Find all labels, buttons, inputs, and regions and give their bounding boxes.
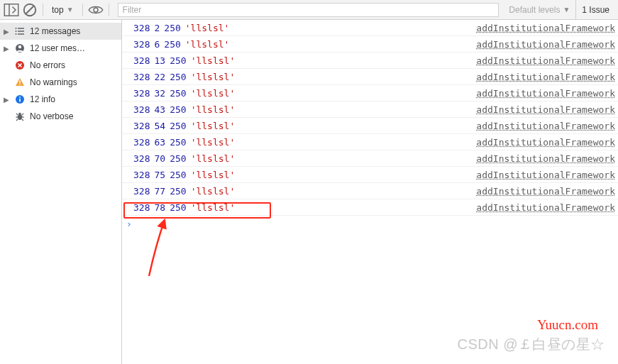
log-value: 328 (133, 23, 150, 33)
log-row[interactable]: 3282250'llslsl'addInstitutionalFramework (122, 20, 618, 36)
chevron-down-icon: ▼ (67, 6, 74, 13)
log-source-link[interactable]: addInstitutionalFramework (476, 72, 618, 82)
svg-point-12 (18, 45, 21, 48)
log-value: 250 (170, 137, 186, 148)
sidebar-item-label: No verbose (30, 111, 73, 121)
log-value: 250 (170, 88, 186, 99)
log-source-link[interactable]: addInstitutionalFramework (476, 170, 618, 180)
log-row[interactable]: 32843250'llslsl'addInstitutionalFramewor… (122, 101, 618, 118)
divider (43, 4, 43, 16)
log-value: 75 (154, 170, 165, 180)
log-row[interactable]: 32877250'llslsl'addInstitutionalFramewor… (122, 183, 618, 199)
log-source-link[interactable]: addInstitutionalFramework (476, 186, 618, 197)
sidebar-item-label: No warnings (30, 77, 77, 87)
log-row[interactable]: 32875250'llslsl'addInstitutionalFramewor… (122, 167, 618, 183)
sidebar-item-verbose[interactable]: No verbose (0, 108, 121, 125)
log-string: 'llslsl' (191, 137, 236, 148)
log-row[interactable]: 32870250'llslsl'addInstitutionalFramewor… (122, 150, 618, 167)
svg-point-20 (18, 113, 21, 116)
issues-label: 1 Issue (582, 5, 609, 15)
log-string: 'llslsl' (191, 72, 236, 82)
divider (109, 4, 109, 16)
levels-label: Default levels (509, 5, 560, 15)
user-icon (14, 43, 26, 54)
log-value: 78 (154, 202, 165, 213)
log-value: 328 (133, 153, 150, 164)
log-string: 'llslsl' (185, 23, 230, 33)
log-row[interactable]: 32832250'llslsl'addInstitutionalFramewor… (122, 85, 618, 101)
sidebar: ▶ 12 messages ▶ 12 user mes… No errors (0, 20, 122, 364)
filter-input[interactable] (118, 3, 500, 17)
svg-rect-17 (19, 99, 21, 102)
log-value: 328 (133, 121, 150, 131)
log-source-link[interactable]: addInstitutionalFramework (476, 88, 618, 99)
log-row[interactable]: 3286250'llslsl'addInstitutionalFramework (122, 36, 618, 53)
log-value: 250 (164, 23, 180, 33)
log-source-link[interactable]: addInstitutionalFramework (476, 121, 618, 131)
log-row[interactable]: 32863250'llslsl'addInstitutionalFramewor… (122, 134, 618, 150)
issues-button[interactable]: 1 Issue (575, 0, 615, 19)
sidebar-item-label: 12 user mes… (30, 43, 85, 53)
svg-point-4 (94, 8, 98, 12)
log-value: 250 (170, 170, 186, 180)
clear-console-button[interactable] (21, 2, 38, 18)
log-value: 250 (170, 121, 186, 131)
sidebar-item-info[interactable]: ▶ 12 info (0, 91, 121, 108)
toggle-sidebar-button[interactable] (3, 2, 20, 18)
log-value: 250 (170, 104, 186, 115)
console-output[interactable]: 3282250'llslsl'addInstitutionalFramework… (122, 20, 618, 364)
log-string: 'llslsl' (191, 104, 236, 115)
log-source-link[interactable]: addInstitutionalFramework (476, 23, 618, 33)
log-value: 328 (133, 72, 150, 82)
svg-line-3 (26, 6, 33, 13)
info-icon (14, 94, 26, 105)
log-value: 6 (154, 39, 160, 50)
log-source-link[interactable]: addInstitutionalFramework (476, 55, 618, 66)
log-string: 'llslsl' (185, 39, 230, 50)
sidebar-item-warnings[interactable]: No warnings (0, 74, 121, 91)
log-value: 63 (154, 137, 165, 148)
svg-rect-18 (19, 96, 21, 98)
log-value: 328 (133, 137, 150, 148)
log-value: 2 (154, 23, 160, 33)
log-value: 77 (154, 186, 165, 197)
live-expression-button[interactable] (87, 2, 104, 18)
log-value: 328 (133, 170, 150, 180)
log-value: 250 (164, 39, 180, 50)
log-source-link[interactable]: addInstitutionalFramework (476, 137, 618, 148)
log-source-link[interactable]: addInstitutionalFramework (476, 153, 618, 164)
log-value: 328 (133, 39, 150, 50)
console-prompt[interactable]: › (122, 216, 618, 231)
log-levels-select[interactable]: Default levels ▼ (504, 5, 574, 15)
log-row[interactable]: 32878250'llslsl'addInstitutionalFramewor… (122, 199, 618, 216)
svg-point-8 (16, 28, 17, 29)
log-value: 328 (133, 104, 150, 115)
panel-icon (3, 1, 20, 18)
sidebar-item-messages[interactable]: ▶ 12 messages (0, 23, 121, 40)
log-value: 22 (154, 72, 165, 82)
prompt-caret-icon: › (126, 219, 132, 229)
error-icon (14, 60, 26, 71)
divider (82, 4, 83, 16)
log-string: 'llslsl' (191, 186, 236, 197)
chevron-down-icon: ▼ (563, 6, 570, 13)
log-value: 32 (154, 88, 165, 99)
warning-icon (14, 77, 26, 88)
log-source-link[interactable]: addInstitutionalFramework (476, 104, 618, 115)
sidebar-item-user-messages[interactable]: ▶ 12 user mes… (0, 40, 121, 57)
log-source-link[interactable]: addInstitutionalFramework (476, 202, 618, 213)
context-selector[interactable]: top ▼ (48, 3, 78, 17)
log-string: 'llslsl' (191, 170, 236, 180)
log-value: 328 (133, 88, 150, 99)
log-source-link[interactable]: addInstitutionalFramework (476, 39, 618, 50)
sidebar-item-label: No errors (30, 60, 65, 70)
log-value: 250 (170, 186, 186, 197)
log-row[interactable]: 32822250'llslsl'addInstitutionalFramewor… (122, 69, 618, 85)
sidebar-item-label: 12 messages (30, 26, 80, 36)
log-value: 250 (170, 202, 186, 213)
sidebar-item-errors[interactable]: No errors (0, 57, 121, 74)
svg-point-9 (16, 31, 17, 32)
log-row[interactable]: 32854250'llslsl'addInstitutionalFramewor… (122, 118, 618, 134)
log-value: 250 (170, 153, 186, 164)
log-row[interactable]: 32813250'llslsl'addInstitutionalFramewor… (122, 53, 618, 69)
